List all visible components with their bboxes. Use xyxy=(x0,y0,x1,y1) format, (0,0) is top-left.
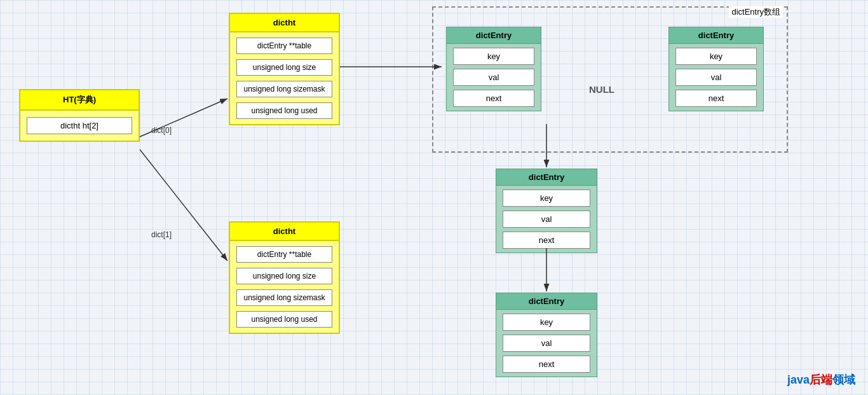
dictht-upper: dictht dictEntry **table unsigned long s… xyxy=(229,13,340,125)
entry-col-3-val: val xyxy=(675,69,757,86)
entry-col-1-next: next xyxy=(453,90,534,107)
entry-col-1-val: val xyxy=(453,69,534,86)
dictht-upper-field-4: unsigned long used xyxy=(236,102,332,119)
entry-mid-next: next xyxy=(503,232,590,249)
dictht-upper-field-2: unsigned long size xyxy=(236,59,332,76)
dictht-upper-field-3: unsigned long sizemask xyxy=(236,81,332,97)
entry-mid: dictEntry key val next xyxy=(496,169,597,253)
dict0-label: dict[0] xyxy=(151,126,172,135)
dict-entry-array: dictEntry数组 dictEntry key val next NULL … xyxy=(432,6,788,153)
entry-col-1-key: key xyxy=(453,48,534,65)
dictht-lower-field-4: unsigned long used xyxy=(236,311,332,328)
entry-bottom-next: next xyxy=(503,356,590,373)
entry-bottom-val: val xyxy=(503,335,590,352)
entry-col-3-next: next xyxy=(675,90,757,107)
entry-mid-val: val xyxy=(503,211,590,228)
entry-col-1: dictEntry key val next xyxy=(446,27,541,111)
dictht-upper-title: dictht xyxy=(230,14,339,32)
dictht-lower-field-2: unsigned long size xyxy=(236,268,332,284)
entry-col-3: dictEntry key val next xyxy=(668,27,764,111)
entry-col-3-key: key xyxy=(675,48,757,65)
arrow-ht-to-lower xyxy=(140,149,227,261)
dictht-lower-field-1: dictEntry **table xyxy=(236,246,332,263)
watermark-domain: 领域 xyxy=(832,373,855,386)
watermark-java: java xyxy=(787,373,810,386)
watermark: java后端领域 xyxy=(787,372,855,387)
ht-field: dictht ht[2] xyxy=(27,117,132,134)
diagram-container: HT(字典) dictht ht[2] dict[0] dict[1] dict… xyxy=(0,0,868,395)
dictht-upper-field-1: dictEntry **table xyxy=(236,38,332,54)
dictht-lower-title: dictht xyxy=(230,223,339,241)
entry-col-null: NULL xyxy=(554,59,649,120)
dictht-lower: dictht dictEntry **table unsigned long s… xyxy=(229,221,340,334)
entry-mid-title: dictEntry xyxy=(496,169,597,186)
entry-mid-key: key xyxy=(503,190,590,207)
entry-col-1-title: dictEntry xyxy=(447,27,541,44)
dict1-label: dict[1] xyxy=(151,230,172,239)
entry-bottom-title: dictEntry xyxy=(496,293,597,310)
entry-col-3-title: dictEntry xyxy=(669,27,763,44)
dict-entry-array-label: dictEntry数组 xyxy=(729,6,783,18)
entry-bottom-key: key xyxy=(503,314,590,331)
dictht-lower-field-3: unsigned long sizemask xyxy=(236,289,332,306)
ht-title: HT(字典) xyxy=(20,90,139,111)
ht-box: HT(字典) dictht ht[2] xyxy=(19,89,140,142)
watermark-backend: 后端 xyxy=(810,373,832,386)
entry-bottom: dictEntry key val next xyxy=(496,293,597,377)
